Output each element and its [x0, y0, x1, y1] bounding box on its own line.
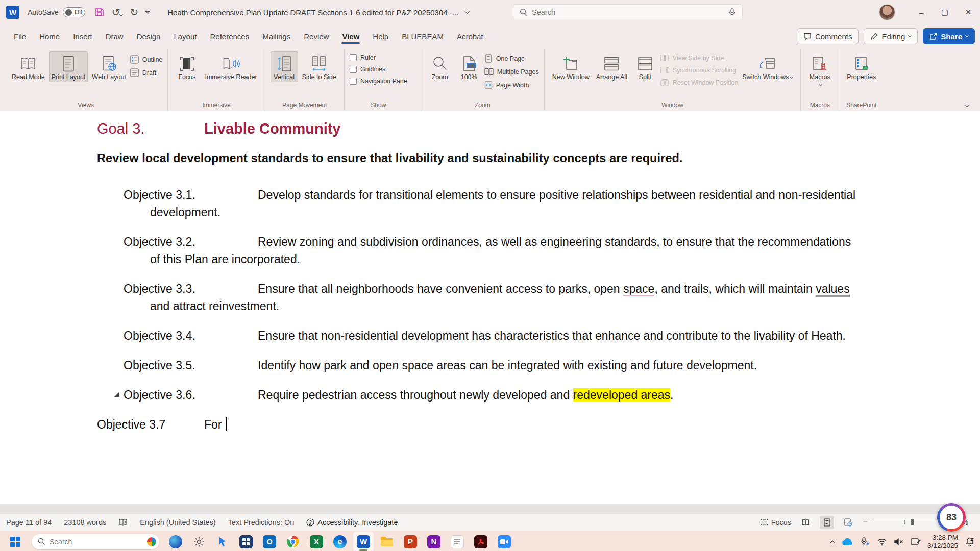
arrange-all-button[interactable]: Arrange All — [594, 51, 630, 82]
settings-icon[interactable] — [189, 532, 209, 551]
editing-dropdown[interactable]: Editing — [864, 28, 918, 44]
zoom-slider-track[interactable] — [872, 522, 937, 522]
edge-icon[interactable]: e — [330, 532, 350, 551]
page-width-button[interactable]: Page Width — [484, 81, 539, 89]
file-explorer-icon[interactable] — [377, 532, 397, 551]
text-predictions-indicator[interactable]: Text Predictions: On — [228, 518, 295, 527]
titlebar-search[interactable] — [513, 4, 743, 20]
document-page[interactable]: Goal 3.Livable Community Review local de… — [0, 111, 980, 433]
new-window-button[interactable]: New Window — [550, 51, 592, 82]
tab-view[interactable]: View — [335, 27, 366, 47]
outlook-icon[interactable]: O — [259, 532, 280, 551]
outline-button[interactable]: Outline — [130, 55, 163, 64]
word-count[interactable]: 23108 words — [64, 518, 106, 527]
chrome-icon[interactable] — [283, 532, 303, 551]
gridlines-checkbox-icon[interactable] — [350, 66, 357, 73]
tab-help[interactable]: Help — [366, 27, 395, 47]
start-button[interactable] — [5, 532, 26, 551]
focus-button[interactable]: Focus — [173, 51, 201, 82]
copilot-icon[interactable] — [165, 532, 186, 551]
proofing-icon[interactable] — [118, 518, 128, 527]
redo-icon[interactable]: ↻ — [130, 7, 138, 17]
web-layout-button[interactable]: Web Layout — [89, 51, 128, 82]
zoom-icon[interactable] — [494, 532, 514, 551]
draft-button[interactable]: Draft — [130, 68, 163, 77]
ruler-checkbox[interactable]: Ruler — [350, 54, 407, 61]
zoom-100-button[interactable]: 100 100% — [455, 51, 483, 82]
save-icon[interactable] — [94, 7, 105, 17]
onedrive-icon[interactable] — [841, 538, 853, 546]
web-layout-view-button[interactable] — [841, 516, 855, 529]
search-input[interactable] — [532, 8, 724, 16]
print-layout-button[interactable]: Print Layout — [49, 51, 88, 82]
tab-bluebeam[interactable]: BLUEBEAM — [395, 27, 450, 47]
wifi-icon[interactable] — [877, 538, 887, 546]
zoom-slider-thumb[interactable] — [911, 519, 914, 525]
avatar[interactable] — [879, 4, 895, 20]
tab-acrobat[interactable]: Acrobat — [450, 27, 490, 47]
page-indicator[interactable]: Page 11 of 94 — [6, 518, 52, 527]
tab-mailings[interactable]: Mailings — [256, 27, 297, 47]
print-layout-view-button[interactable] — [820, 516, 834, 529]
minimize-icon[interactable]: – — [910, 0, 933, 24]
onenote-icon[interactable]: N — [424, 532, 444, 551]
share-button[interactable]: Share — [923, 28, 975, 44]
hidden-icons-chevron-icon[interactable] — [830, 540, 835, 544]
read-mode-view-button[interactable] — [798, 516, 813, 529]
tab-references[interactable]: References — [203, 27, 256, 47]
customize-qat-icon[interactable] — [145, 11, 150, 13]
side-to-side-button[interactable]: Side to Side — [300, 51, 339, 82]
gridlines-checkbox[interactable]: Gridlines — [350, 66, 407, 73]
focus-mode-button[interactable]: Focus — [761, 518, 792, 527]
immersive-reader-button[interactable]: Immersive Reader — [202, 51, 259, 82]
taskbar-search[interactable] — [32, 534, 159, 549]
quick-assist-icon[interactable] — [212, 532, 233, 551]
acrobat-icon[interactable] — [471, 532, 491, 551]
undo-icon[interactable]: ↺ — [112, 7, 123, 17]
heading-collapse-icon[interactable] — [114, 392, 119, 397]
zoom-out-icon[interactable]: − — [863, 517, 868, 528]
collapse-ribbon-icon[interactable] — [965, 103, 970, 108]
multiple-pages-button[interactable]: Multiple Pages — [484, 67, 539, 76]
zoom-button[interactable]: Zoom — [426, 51, 454, 82]
word-icon[interactable]: W — [353, 532, 374, 551]
switch-windows-button[interactable]: Switch Windows — [740, 51, 795, 82]
document-title-area[interactable]: Heath Comprehensive Plan Update DRAFT Se… — [167, 8, 469, 17]
tab-draw[interactable]: Draw — [99, 27, 130, 47]
pen-device-icon[interactable] — [911, 538, 921, 546]
navigation-pane-checkbox[interactable]: Navigation Pane — [350, 78, 407, 85]
split-button[interactable]: Split — [631, 51, 659, 82]
powerpoint-icon[interactable]: P — [400, 532, 421, 551]
notepad-icon[interactable] — [447, 532, 468, 551]
autosave-toggle[interactable]: Off — [63, 7, 85, 17]
one-page-button[interactable]: One Page — [484, 54, 539, 63]
microphone-icon[interactable] — [728, 8, 736, 16]
editor-score-widget[interactable]: 83 — [937, 503, 966, 532]
comments-button[interactable]: Comments — [797, 28, 859, 44]
navigation-pane-checkbox-icon[interactable] — [350, 78, 357, 85]
zoom-slider[interactable]: − + — [863, 517, 946, 528]
tab-design[interactable]: Design — [130, 27, 167, 47]
autosave-control[interactable]: AutoSave Off — [28, 7, 85, 17]
search-highlights-icon[interactable] — [147, 537, 156, 546]
language-indicator[interactable]: English (United States) — [140, 518, 215, 527]
close-icon[interactable]: ✕ — [957, 0, 980, 24]
volume-muted-icon[interactable] — [894, 538, 904, 546]
read-mode-button[interactable]: Read Mode — [9, 51, 47, 82]
tab-home[interactable]: Home — [33, 27, 66, 47]
vertical-button[interactable]: Vertical — [271, 51, 298, 82]
accessibility-status[interactable]: Accessibility: Investigate — [306, 518, 398, 527]
title-chevron-icon[interactable] — [465, 9, 470, 14]
macros-button[interactable]: Macros — [806, 51, 834, 90]
maximize-icon[interactable]: ▢ — [933, 0, 957, 24]
taskbar-clock[interactable]: 3:28 PM 3/12/2025 — [927, 534, 958, 550]
excel-icon[interactable]: X — [306, 532, 327, 551]
tab-review[interactable]: Review — [297, 27, 335, 47]
tab-layout[interactable]: Layout — [167, 27, 203, 47]
taskbar-search-input[interactable] — [50, 538, 143, 546]
notification-bell-icon[interactable] — [965, 537, 975, 547]
tab-insert[interactable]: Insert — [66, 27, 99, 47]
microphone-tray-icon[interactable] — [860, 537, 870, 546]
properties-button[interactable]: Properties — [844, 51, 878, 82]
document-canvas[interactable]: Goal 3.Livable Community Review local de… — [0, 111, 980, 513]
